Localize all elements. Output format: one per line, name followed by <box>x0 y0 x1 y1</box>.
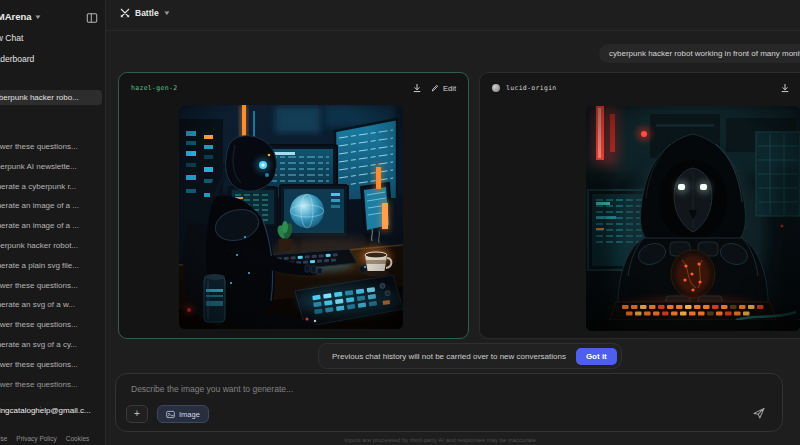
history-item[interactable]: Answer these questions... <box>0 137 106 157</box>
main-area: Battle ▼ cyberpunk hacker robot working … <box>106 0 800 445</box>
history-item[interactable]: Generate an svg of a w... <box>0 295 106 315</box>
chevron-down-icon: ▼ <box>162 10 170 16</box>
prompt-input[interactable] <box>129 382 693 408</box>
history-item[interactable]: Answer these questions... <box>0 276 106 296</box>
chevron-down-icon: ▼ <box>33 14 41 20</box>
prompt-composer: + Image <box>115 373 783 432</box>
panel-a-header: hazel-gen-2 Edit <box>119 73 468 103</box>
sidebar-toggle-icon[interactable] <box>86 10 98 22</box>
account-email[interactable]: testingcataloghelp@gmail.c... <box>0 406 106 415</box>
user-prompt-bubble: cyberpunk hacker robot working in front … <box>599 44 800 63</box>
sidebar-item-leaderboard[interactable]: Leaderboard <box>0 54 106 64</box>
brand-menu[interactable]: LMArena▼ <box>0 11 41 22</box>
panel-b-header: lucid-origin Edit <box>480 73 800 103</box>
generated-image-b[interactable] <box>586 106 800 331</box>
mode-selector[interactable]: Battle ▼ <box>120 8 170 18</box>
history-item[interactable]: Answer these questions... <box>0 315 106 335</box>
battle-swords-icon <box>120 8 130 18</box>
notice-text: Previous chat history will not be carrie… <box>332 352 566 361</box>
history-item[interactable]: Generate a plain svg file... <box>0 256 106 276</box>
history-item[interactable]: Generate an svg of a cy... <box>0 335 106 355</box>
image-icon <box>166 410 175 419</box>
pencil-icon <box>431 84 439 92</box>
edit-button[interactable]: Edit <box>431 84 456 93</box>
terms-link[interactable]: Terms of Use <box>0 435 7 442</box>
download-icon[interactable] <box>780 83 790 93</box>
cookies-link[interactable]: Cookies <box>66 435 89 442</box>
sidebar: LMArena▼ New Chat Leaderboard Cyberpunk … <box>0 0 106 445</box>
download-icon[interactable] <box>412 83 422 93</box>
sidebar-item-current-chat[interactable]: Cyberpunk hacker robo... <box>0 90 102 105</box>
model-name-b: lucid-origin <box>506 84 557 92</box>
history-item[interactable]: Generate an image of a ... <box>0 216 106 236</box>
history-item[interactable]: Answer these questions... <box>0 355 106 375</box>
generated-image-a[interactable] <box>179 105 403 329</box>
image-button-label: Image <box>179 410 200 419</box>
history-item[interactable]: Generate an image of a ... <box>0 196 106 216</box>
image-mode-button[interactable]: Image <box>157 405 209 423</box>
privacy-link[interactable]: Privacy Policy <box>16 435 56 442</box>
generation-panel-b: lucid-origin Edit <box>479 72 800 339</box>
mode-label: Battle <box>135 8 159 18</box>
history-item[interactable]: Generate a cyberpunk r... <box>0 177 106 197</box>
current-chat-label: Cyberpunk hacker robo... <box>0 93 79 102</box>
history-item[interactable]: Cyberpunk hacker robot... <box>0 236 106 256</box>
brand-label: LMArena <box>0 11 32 22</box>
add-attachment-button[interactable]: + <box>126 405 148 423</box>
sidebar-footer: Terms of Use Privacy Policy Cookies <box>0 435 106 442</box>
history-item[interactable]: Answer these questions... <box>0 375 106 395</box>
generation-panel-a: hazel-gen-2 Edit <box>118 72 469 339</box>
model-name-a: hazel-gen-2 <box>131 84 177 92</box>
history-item[interactable]: Cyberpunk AI newslette... <box>0 157 106 177</box>
chat-history-list: Answer these questions... Cyberpunk AI n… <box>0 137 106 414</box>
model-logo-icon <box>492 84 500 92</box>
got-it-button[interactable]: Got it <box>576 348 617 365</box>
edit-label: Edit <box>443 84 456 93</box>
disclaimer-text: Inputs are processed by third-party AI a… <box>106 437 774 443</box>
sidebar-item-new-chat[interactable]: New Chat <box>0 33 106 43</box>
brand-row: LMArena▼ <box>0 6 105 24</box>
history-notice: Previous chat history will not be carrie… <box>318 343 622 369</box>
top-bar: Battle ▼ <box>106 0 800 31</box>
send-icon[interactable] <box>752 406 766 420</box>
